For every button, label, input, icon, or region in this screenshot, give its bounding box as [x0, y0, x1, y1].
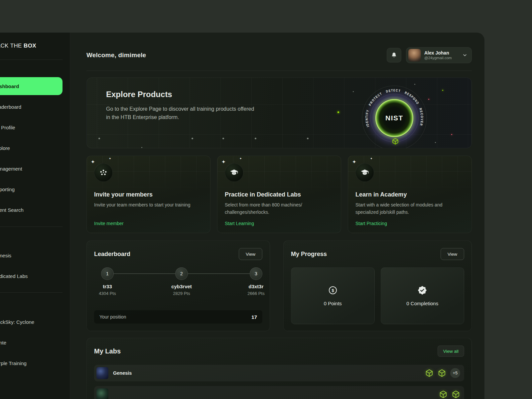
- sidebar-item-purple-training[interactable]: Purple Training: [0, 353, 63, 373]
- sidebar-nav-prolabs: BlackSky: Cyclone Dante Purple Training: [0, 312, 70, 373]
- welcome-text: Welcome, dimimele: [86, 52, 146, 59]
- sidebar-nav-main: Dashboard Leaderboard My Profile Explore…: [0, 77, 70, 220]
- sidebar-item-genesis[interactable]: Genesis: [0, 245, 63, 266]
- completions-stat: 0 Completions: [381, 267, 465, 324]
- sparkle-icon: ✦: [91, 159, 95, 164]
- sparkle-icon: ✦: [370, 157, 373, 160]
- more-machines-badge[interactable]: +5: [450, 368, 460, 378]
- circuit-dot: [222, 138, 224, 139]
- player-points: 4304 Pts: [87, 291, 127, 296]
- lab-thumbnail: [96, 388, 108, 399]
- notifications-button[interactable]: [387, 48, 401, 63]
- rank-badge: 1: [101, 267, 114, 280]
- start-learning-link[interactable]: Start Learning: [225, 221, 254, 226]
- svg-text:$: $: [332, 288, 334, 293]
- logo-text-bold: BOX: [24, 43, 36, 49]
- sidebar-item-blacksky-cyclone[interactable]: BlackSky: Cyclone: [0, 312, 63, 332]
- sidebar-item-explore[interactable]: Explore: [0, 138, 63, 158]
- explore-products-banner: Explore Products Go to the Explore Page …: [86, 77, 472, 148]
- player-name: d3xt3r: [236, 284, 276, 289]
- card-description: Start with a wide selection of modules a…: [355, 201, 456, 216]
- logo-text-light: HACK THE: [0, 43, 22, 49]
- app-window: HACK THE BOX Dashboard Leaderboard My Pr…: [0, 32, 485, 399]
- circuit-dot-red: [451, 134, 452, 135]
- htb-cube-icon: [392, 138, 399, 146]
- player-points: 2666 Pts: [236, 291, 276, 296]
- chevron-down-icon: [462, 53, 467, 58]
- sidebar-divider: [0, 292, 63, 293]
- card-title: Invite your members: [94, 191, 203, 198]
- card-description: Invite your team members to start your t…: [94, 201, 195, 209]
- mid-row: Leaderboard View 1 tr33 4304 Pts 2 cyb3r…: [86, 240, 472, 331]
- bell-icon: [391, 52, 397, 59]
- nist-label: NIST: [385, 114, 403, 122]
- user-email: @24ygmail.com: [424, 56, 452, 61]
- academy-card: ✦ ✦ Learn in Academy Start with a wide s…: [348, 156, 472, 233]
- sidebar-item-leaderboard[interactable]: Leaderboard: [0, 96, 63, 117]
- machine-cube-icon: [425, 369, 434, 377]
- points-icon: $: [328, 285, 338, 295]
- leaderboard-title: Leaderboard: [94, 251, 130, 258]
- player-name: tr33: [87, 284, 127, 289]
- hero-title: Explore Products: [106, 90, 172, 99]
- circuit-dot: [307, 138, 309, 139]
- leaderboard-entry: 3 d3xt3r 2666 Pts: [236, 267, 276, 296]
- main-content: Welcome, dimimele Alex Johan @24ygmail.c…: [70, 33, 484, 399]
- sidebar-item-reporting[interactable]: Reporting: [0, 179, 63, 200]
- header-divider: [86, 70, 472, 71]
- progress-title: My Progress: [291, 251, 327, 258]
- lab-name: Genesis: [113, 370, 132, 376]
- card-description: Select from more than 800 machines/ chal…: [225, 201, 325, 216]
- completions-label: 0 Completions: [406, 301, 438, 306]
- sidebar-item-management[interactable]: Management: [0, 158, 63, 179]
- machine-cube-icon: [452, 390, 460, 399]
- hero-description: Go to the Explore Page to discover all t…: [106, 105, 256, 122]
- invite-member-link[interactable]: Invite member: [94, 221, 124, 226]
- topbar: Welcome, dimimele Alex Johan @24ygmail.c…: [86, 47, 472, 63]
- sparkle-icon: ✦: [109, 157, 111, 160]
- members-icon: [94, 163, 113, 182]
- circuit-dot: [255, 138, 256, 139]
- lab-thumbnail: [96, 367, 108, 379]
- sidebar-item-dedicated-labs[interactable]: Dedicated Labs: [0, 266, 63, 286]
- rank-badge: 3: [250, 267, 262, 280]
- your-position-row: Your position 17: [94, 310, 262, 324]
- circuit-dot: [353, 91, 354, 92]
- user-menu[interactable]: Alex Johan @24ygmail.com: [406, 47, 472, 63]
- machine-cube-icon: [439, 390, 448, 399]
- user-meta: Alex Johan @24ygmail.com: [424, 50, 452, 61]
- sidebar: HACK THE BOX Dashboard Leaderboard My Pr…: [0, 33, 70, 399]
- topbar-actions: Alex Johan @24ygmail.com: [387, 47, 472, 63]
- feature-cards-row: ✦ ✦ Invite your members Invite your team…: [86, 156, 472, 233]
- leaderboard-podium: 1 tr33 4304 Pts 2 cyb3rvet 2829 Pts 3 d3…: [94, 267, 262, 307]
- my-progress-card: My Progress View $ 0 Points: [283, 240, 472, 331]
- sparkle-icon: ✦: [352, 159, 356, 164]
- sidebar-item-my-profile[interactable]: My Profile: [0, 117, 63, 138]
- start-practicing-link[interactable]: Start Practicing: [355, 221, 387, 226]
- sidebar-item-dante[interactable]: Dante: [0, 332, 63, 353]
- sidebar-item-dashboard[interactable]: Dashboard: [0, 77, 63, 95]
- my-labs-card: My Labs View all Genesis: [86, 338, 472, 399]
- circuit-dot: [192, 138, 193, 139]
- card-title: Learn in Academy: [355, 191, 464, 198]
- leaderboard-entry: 2 cyb3rvet 2829 Pts: [162, 267, 201, 296]
- sparkle-icon: ✦: [221, 159, 226, 164]
- leaderboard-view-button[interactable]: View: [239, 248, 262, 260]
- lab-row-genesis[interactable]: Genesis +5: [94, 365, 464, 381]
- sidebar-item-talent-search[interactable]: Talent Search: [0, 200, 63, 220]
- progress-view-button[interactable]: View: [441, 248, 464, 260]
- circuit-dot: [141, 147, 142, 148]
- labs-icon: [225, 163, 243, 182]
- view-all-button[interactable]: View all: [438, 345, 464, 357]
- circuit-dot-green: [442, 90, 443, 91]
- rank-badge: 2: [175, 267, 188, 280]
- leaderboard-entry: 1 tr33 4304 Pts: [87, 267, 127, 296]
- points-label: 0 Points: [324, 301, 342, 306]
- circuit-dot-green: [337, 111, 339, 113]
- sidebar-divider: [0, 226, 63, 227]
- your-position-value: 17: [251, 314, 257, 320]
- card-title: Practice in Dedicated Labs: [225, 191, 333, 198]
- my-labs-title: My Labs: [94, 347, 121, 355]
- machine-cube-icon: [438, 369, 446, 377]
- lab-row[interactable]: [94, 386, 464, 399]
